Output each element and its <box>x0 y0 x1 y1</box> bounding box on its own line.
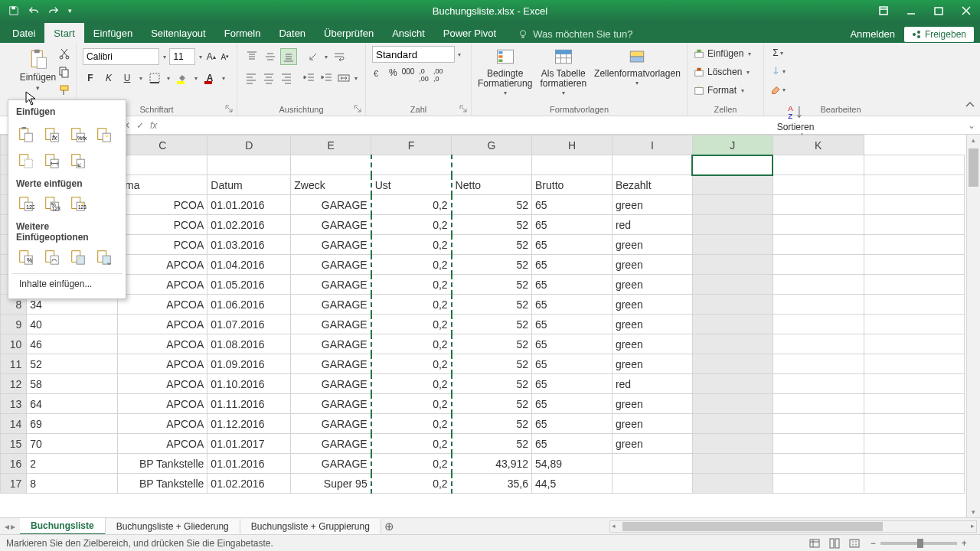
cell[interactable]: green <box>612 315 692 334</box>
cell[interactable]: 52 <box>452 295 532 315</box>
cell[interactable] <box>692 275 773 295</box>
cell[interactable] <box>864 414 964 434</box>
page-layout-view-icon[interactable] <box>826 536 843 550</box>
cell[interactable] <box>773 414 864 434</box>
cell[interactable]: 0,2 <box>371 315 452 334</box>
cell[interactable] <box>864 394 964 414</box>
cell[interactable]: 52 <box>452 334 532 354</box>
cell[interactable] <box>864 295 964 315</box>
cell[interactable]: 0,2 <box>371 255 452 275</box>
cell-styles-button[interactable]: Zellenformatvorlagen▾ <box>594 46 681 87</box>
cell[interactable]: 01.01.2017 <box>207 434 291 454</box>
cell[interactable]: 0,2 <box>371 354 452 374</box>
cell[interactable] <box>692 255 773 275</box>
cell[interactable]: green <box>612 394 692 414</box>
normal-view-icon[interactable] <box>806 536 823 550</box>
cell[interactable]: 65 <box>532 315 612 334</box>
cell[interactable]: 8 <box>27 474 118 494</box>
column-header-C[interactable]: C <box>118 135 207 155</box>
cell[interactable]: GARAGE <box>291 215 371 235</box>
cell[interactable]: 01.03.2016 <box>207 235 291 255</box>
cell[interactable] <box>864 334 964 354</box>
cell[interactable]: GARAGE <box>291 315 371 334</box>
cell[interactable] <box>692 295 773 315</box>
cell[interactable]: green <box>612 195 692 215</box>
cell[interactable]: BP Tankstelle <box>118 474 207 494</box>
cell[interactable]: 44,5 <box>532 474 612 494</box>
cell[interactable]: 52 <box>452 354 532 374</box>
cell[interactable]: 0,2 <box>371 434 452 454</box>
paste-picture-icon[interactable] <box>67 246 90 269</box>
cell[interactable] <box>864 215 964 235</box>
font-color-icon[interactable]: A <box>202 70 217 86</box>
cell[interactable] <box>773 374 864 394</box>
cell[interactable] <box>692 454 773 474</box>
cell[interactable]: 0,2 <box>371 195 452 215</box>
cell[interactable]: 65 <box>532 414 612 434</box>
cell[interactable] <box>773 215 864 235</box>
align-left-icon[interactable] <box>243 70 260 86</box>
cell[interactable]: APCOA <box>118 334 207 354</box>
cell[interactable]: green <box>612 235 692 255</box>
cell[interactable]: 01.02.2016 <box>207 215 291 235</box>
cell[interactable]: 0,2 <box>371 215 452 235</box>
fx-icon[interactable]: fx <box>150 120 157 131</box>
zoom-slider[interactable] <box>880 542 957 545</box>
column-header-G[interactable]: G <box>452 135 532 155</box>
sheet-tab-1[interactable]: Buchungsliste <box>20 518 106 535</box>
cell[interactable]: GARAGE <box>291 354 371 374</box>
cell[interactable]: 01.12.2016 <box>207 414 291 434</box>
italic-button[interactable]: K <box>101 70 116 86</box>
horizontal-scrollbar[interactable]: ◂ ▸ <box>609 520 977 533</box>
border-icon[interactable] <box>147 70 162 86</box>
cell[interactable]: 01.07.2016 <box>207 315 291 334</box>
cell[interactable]: APCOA <box>118 394 207 414</box>
worksheet-grid[interactable]: dingte Formatierung BCDEFGHIJKrmaDatumZw… <box>0 135 980 517</box>
collapse-ribbon-icon[interactable] <box>965 99 975 112</box>
align-middle-icon[interactable] <box>262 48 279 65</box>
cell[interactable] <box>692 334 773 354</box>
cell[interactable] <box>773 275 864 295</box>
ribbon-options-icon[interactable] <box>870 0 897 21</box>
insert-cells-button[interactable]: Einfügen▾ <box>694 44 757 63</box>
cell[interactable] <box>864 235 964 255</box>
share-button[interactable]: Freigeben <box>904 27 974 42</box>
paste-linked-picture-icon[interactable] <box>93 246 116 269</box>
cell[interactable] <box>864 315 964 334</box>
cell[interactable]: 01.10.2016 <box>207 374 291 394</box>
zoom-in-icon[interactable]: + <box>962 538 967 549</box>
cell[interactable]: 0,2 <box>371 414 452 434</box>
cell[interactable]: APCOA <box>118 275 207 295</box>
cell[interactable]: 69 <box>27 414 118 434</box>
cell[interactable]: 65 <box>532 195 612 215</box>
cell[interactable]: APCOA <box>118 374 207 394</box>
bold-button[interactable]: F <box>83 70 98 86</box>
tab-ansicht[interactable]: Ansicht <box>383 23 434 43</box>
cut-icon[interactable] <box>56 46 73 61</box>
cell[interactable]: GARAGE <box>291 295 371 315</box>
cell[interactable] <box>773 295 864 315</box>
cell[interactable] <box>864 275 964 295</box>
row-header[interactable]: 11 <box>1 354 27 374</box>
column-header-H[interactable]: H <box>532 135 612 155</box>
align-center-icon[interactable] <box>261 70 277 86</box>
sheet-nav-next-icon[interactable]: ▸ <box>11 521 15 532</box>
cell[interactable]: PCOA <box>118 215 207 235</box>
enter-icon[interactable]: ✓ <box>136 120 144 131</box>
cell[interactable] <box>692 235 773 255</box>
sheet-nav-prev-icon[interactable]: ◂ <box>5 521 9 532</box>
cell[interactable]: 65 <box>532 434 612 454</box>
cell[interactable]: 65 <box>532 394 612 414</box>
page-break-view-icon[interactable] <box>846 536 863 550</box>
paste-values-source-icon[interactable]: 123 <box>67 192 90 215</box>
paste-no-borders-icon[interactable] <box>15 149 38 172</box>
cell[interactable]: 01.04.2016 <box>207 255 291 275</box>
cell[interactable]: red <box>612 215 692 235</box>
cell[interactable]: 40 <box>27 315 118 334</box>
cell[interactable] <box>692 474 773 494</box>
cell[interactable]: GARAGE <box>291 454 371 474</box>
cell[interactable]: GARAGE <box>291 394 371 414</box>
cell[interactable]: APCOA <box>118 295 207 315</box>
minimize-icon[interactable] <box>897 0 925 21</box>
cell[interactable]: 52 <box>452 195 532 215</box>
